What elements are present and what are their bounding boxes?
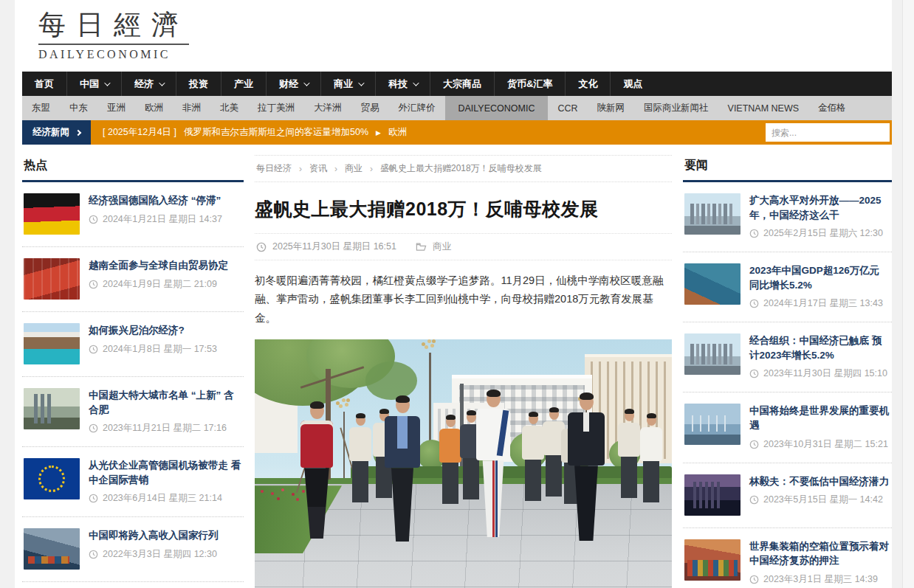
thumbnail-vietnam-containers xyxy=(24,258,80,300)
nav2-forex[interactable]: 外汇牌价 xyxy=(389,96,445,120)
nav-commodities[interactable]: 大宗商品 xyxy=(430,72,494,96)
nav2-europe[interactable]: 欧洲 xyxy=(135,96,173,120)
thumbnail-night-city xyxy=(684,474,741,516)
list-item[interactable]: 中国超大特大城市名单 “上新” 含合肥 2023年11月21日 星期二 17:1… xyxy=(22,377,244,447)
site-header: 每日經濟 DAILYECONOMIC xyxy=(15,0,892,72)
scrollbar[interactable] xyxy=(902,0,914,588)
nav-invest[interactable]: 投资 xyxy=(176,72,221,96)
clock-icon xyxy=(89,550,98,559)
list-item[interactable]: 从光伏企业高管德国机场被带走 看中企国际营销 2023年6月14日 星期三 21… xyxy=(22,447,244,517)
nav-business[interactable]: 商业 xyxy=(320,72,375,96)
chevron-down-icon xyxy=(413,80,419,86)
thumbnail-city-skyline xyxy=(24,388,80,429)
nav-china[interactable]: 中国 xyxy=(66,72,121,96)
article-main: 每日经济 › 资讯 › 商业 › 盛帆史上最大捐赠2018万！反哺母校发展 盛帆… xyxy=(255,152,672,588)
list-item[interactable]: 扩大高水平对外开放——2025年，中国经济这么干 2025年2月15日 星期六 … xyxy=(683,182,892,252)
list-item[interactable]: 越南全面参与全球自由贸易协定 2024年1月9日 星期二 21:09 xyxy=(22,247,244,312)
breadcrumb-current: 盛帆史上最大捐赠2018万！反哺母校发展 xyxy=(380,162,542,175)
nav2-vietnam-news[interactable]: VIETNAM NEWS xyxy=(718,96,809,120)
page-container: 每日經濟 DAILYECONOMIC 首页 中国 经济 投资 产业 财经 商业 … xyxy=(15,0,892,588)
primary-nav: 首页 中国 经济 投资 产业 财经 商业 科技 大宗商品 货币&汇率 文化 观点 xyxy=(22,72,892,96)
nav2-shanxinwang[interactable]: 陕新网 xyxy=(588,96,635,120)
clock-icon xyxy=(749,369,759,378)
person xyxy=(618,410,640,498)
tree-canopy xyxy=(365,362,417,400)
folder-icon xyxy=(416,242,427,252)
nav-culture[interactable]: 文化 xyxy=(565,72,610,96)
nav2-africa[interactable]: 非洲 xyxy=(173,96,210,120)
nav-home[interactable]: 首页 xyxy=(22,72,66,96)
article-meta: 2025年11月30日 星期日 16:51 商业 xyxy=(255,233,672,260)
clock-icon xyxy=(89,280,98,289)
breadcrumb-home[interactable]: 每日经济 xyxy=(256,162,292,175)
arrow-icon: ▶ xyxy=(376,129,381,136)
nav-finance[interactable]: 财经 xyxy=(266,72,320,96)
list-item[interactable]: 中国将始终是世界发展的重要机遇 2023年10月31日 星期二 15:21 xyxy=(683,392,892,463)
breadcrumb: 每日经济 › 资讯 › 商业 › 盛帆史上最大捐赠2018万！反哺母校发展 xyxy=(255,155,672,182)
nav2-latam[interactable]: 拉丁美洲 xyxy=(248,96,304,120)
ticker-label[interactable]: 经济新闻 xyxy=(22,120,91,145)
thumbnail-german-flag xyxy=(24,193,80,235)
thumbnail-container-yard xyxy=(684,539,741,581)
nav-tech[interactable]: 科技 xyxy=(375,72,430,96)
nav2-mideast[interactable]: 中东 xyxy=(60,96,97,120)
clock-icon xyxy=(749,575,759,584)
list-item[interactable]: 林毅夫：不要低估中国经济潜力 2023年5月15日 星期一 14:42 xyxy=(683,463,892,528)
nav2-dailyeconomic[interactable]: DAILYECONOMIC xyxy=(445,96,549,120)
nav2-asean[interactable]: 东盟 xyxy=(22,96,60,120)
person-red-cardigan xyxy=(300,403,333,539)
hot-heading: 热点 xyxy=(22,152,244,182)
nav2-intl-business-news[interactable]: 国际商业新闻社 xyxy=(634,96,718,120)
clock-icon xyxy=(749,440,759,449)
important-heading: 要闻 xyxy=(683,152,892,182)
list-item[interactable]: 经济强国德国陷入经济 “停滞” 2024年1月21日 星期日 14:37 xyxy=(22,182,244,247)
person xyxy=(522,413,544,501)
thumbnail-eu-flag xyxy=(24,458,80,499)
clock-icon xyxy=(749,495,759,505)
chevron-down-icon xyxy=(104,80,110,86)
nav-opinion[interactable]: 观点 xyxy=(610,72,655,96)
clock-icon xyxy=(749,229,759,238)
thumbnail-port-cranes xyxy=(24,528,80,570)
clock-icon xyxy=(89,215,98,224)
nav2-oceania[interactable]: 大洋洲 xyxy=(304,96,351,120)
nav-currency[interactable]: 货币&汇率 xyxy=(494,72,565,96)
clock-icon xyxy=(89,345,98,354)
list-item[interactable]: 2023年中国GDP超126万亿元 同比增长5.2% 2024年1月17日 星期… xyxy=(683,252,892,322)
breadcrumb-business[interactable]: 商业 xyxy=(345,162,362,175)
thumbnail-shanghai-skyline xyxy=(684,333,741,375)
clock-icon xyxy=(749,299,759,308)
nav2-goldprice[interactable]: 金佰格 xyxy=(808,96,856,120)
breadcrumb-news[interactable]: 资讯 xyxy=(309,162,327,175)
secondary-nav: 东盟 中东 亚洲 欧洲 非洲 北美 拉丁美洲 大洋洲 贸易 外汇牌价 DAILY… xyxy=(22,96,892,120)
thumbnail-bridge-city xyxy=(684,404,741,445)
thumbnail-shanghai-skyline xyxy=(684,193,741,235)
list-item[interactable]: 如何振兴尼泊尔经济? 2024年1月8日 星期一 17:53 xyxy=(22,312,244,377)
breadcrumb-separator: › xyxy=(370,164,373,174)
nav2-asia[interactable]: 亚洲 xyxy=(97,96,135,120)
clock-icon xyxy=(89,494,98,503)
article-date: 2025年11月30日 星期日 16:51 xyxy=(272,241,396,253)
chevron-down-icon xyxy=(358,80,364,86)
nav-economy[interactable]: 经济 xyxy=(121,72,176,96)
clock-icon xyxy=(89,423,98,433)
person-dark-suit xyxy=(568,394,605,541)
clock-icon xyxy=(256,242,267,252)
site-logo[interactable]: 每日經濟 xyxy=(38,10,189,45)
list-item[interactable]: 中国即将跨入高收入国家行列 2022年3月3日 星期四 12:30 xyxy=(22,517,244,582)
nav-industry[interactable]: 产业 xyxy=(221,72,266,96)
page-title: 盛帆史上最大捐赠2018万！反哺母校发展 xyxy=(255,197,672,221)
nav2-namerica[interactable]: 北美 xyxy=(210,96,248,120)
article-body: 初冬暖阳遍洒菁菁校园，橘红橙黄点缀学子追梦路。11月29日，仙桃中学南校区暖意融… xyxy=(255,271,672,328)
ticker-headline[interactable]: [ 2025年12月4日 ] 俄罗斯和吉尔吉斯斯坦之间的客运量增加50% ▶ 欧… xyxy=(103,126,407,139)
article-category-link[interactable]: 商业 xyxy=(433,241,451,253)
search-input[interactable] xyxy=(766,123,890,142)
nav2-trade[interactable]: 贸易 xyxy=(351,96,389,120)
list-item[interactable]: 世界集装箱的空箱位置预示着对中国经济复苏的押注 2023年3月1日 星期三 14… xyxy=(683,528,892,588)
search-box xyxy=(766,123,890,142)
list-item[interactable]: 经合组织：中国经济已触底 预计2023年增长5.2% 2023年11月30日 星… xyxy=(683,322,892,392)
hot-sidebar: 热点 经济强国德国陷入经济 “停滞” 2024年1月21日 星期日 14:37 … xyxy=(22,152,244,588)
nav2-ccr[interactable]: CCR xyxy=(548,96,587,120)
chevron-right-icon xyxy=(75,129,81,135)
important-sidebar: 要闻 扩大高水平对外开放——2025年，中国经济这么干 2025年2月15日 星… xyxy=(683,152,892,588)
